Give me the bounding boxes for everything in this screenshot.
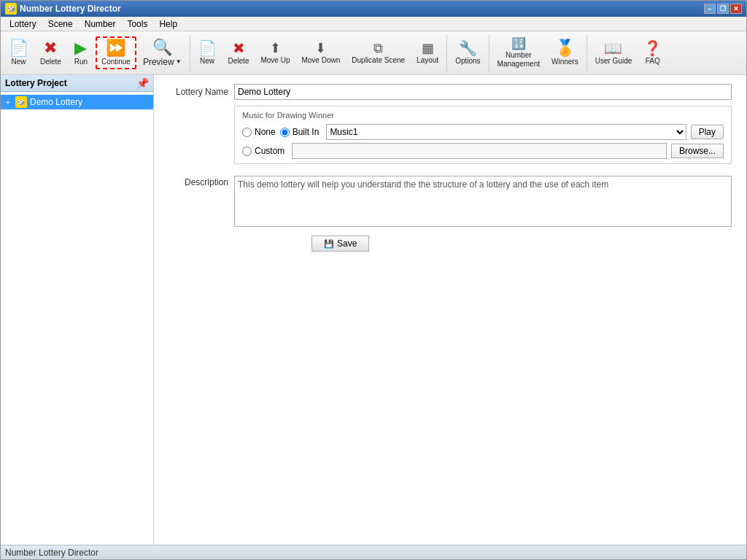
preview-label: Preview ▼	[143, 57, 182, 67]
preview-button[interactable]: 🔍 Preview ▼	[138, 36, 187, 70]
main-area: Lottery Project 📌 + 🎲 Demo Lottery Lotte…	[1, 75, 746, 545]
move-up-label: Move Up	[260, 56, 290, 64]
new-scene-label: New	[200, 57, 214, 65]
toolbar: 📄 New ✖ Delete ▶ Run ⏩ Continue 🔍 Previe…	[1, 31, 746, 75]
separator-4	[587, 35, 587, 71]
delete-scene-button[interactable]: ✖ Delete	[223, 38, 255, 68]
builtin-radio-label[interactable]: Built In	[280, 127, 320, 137]
music-select[interactable]: Music1 Music2 Music3	[326, 124, 686, 140]
continue-button[interactable]: ⏩ Continue	[96, 36, 136, 69]
builtin-radio[interactable]	[280, 128, 290, 137]
custom-music-input[interactable]	[292, 143, 667, 159]
move-down-icon: ⬇	[315, 42, 326, 55]
options-button[interactable]: 🔧 Options	[450, 38, 485, 68]
separator-3	[489, 35, 489, 71]
music-custom-row: Custom Browse...	[242, 143, 724, 159]
preview-icon: 🔍	[152, 39, 172, 55]
preview-dropdown-arrow: ▼	[176, 58, 182, 65]
tree-item-label: Demo Lottery	[30, 97, 82, 107]
tree-item-demo-lottery[interactable]: + 🎲 Demo Lottery	[1, 95, 153, 109]
run-button[interactable]: ▶ Run	[68, 37, 94, 69]
sidebar-title: Lottery Project	[5, 78, 67, 88]
user-guide-icon: 📖	[604, 41, 622, 55]
menu-scene[interactable]: Scene	[42, 18, 79, 31]
delete-lottery-icon: ✖	[44, 40, 57, 56]
new-lottery-button[interactable]: 📄 New	[4, 37, 34, 69]
winners-icon: 🏅	[555, 40, 575, 56]
lottery-name-row: Lottery Name	[169, 84, 732, 100]
run-label: Run	[74, 58, 88, 66]
continue-label: Continue	[101, 58, 131, 66]
menu-tools[interactable]: Tools	[121, 18, 153, 31]
faq-icon: ❓	[643, 41, 662, 55]
menu-lottery[interactable]: Lottery	[4, 18, 42, 31]
move-up-button[interactable]: ⬆ Move Up	[255, 39, 295, 67]
delete-scene-label: Delete	[228, 57, 249, 65]
separator-1	[190, 35, 190, 71]
number-management-label: NumberManagement	[498, 51, 540, 69]
close-button[interactable]: ✕	[730, 4, 742, 14]
lottery-tree-icon: 🎲	[15, 96, 27, 108]
window-controls: – ❐ ✕	[704, 4, 742, 14]
sidebar-pin-button[interactable]: 📌	[136, 77, 149, 89]
move-down-label: Move Down	[301, 56, 340, 64]
winners-button[interactable]: 🏅 Winners	[546, 37, 584, 69]
browse-button[interactable]: Browse...	[671, 144, 724, 158]
music-builtin-row: None Built In Music1 Music2 Music3 Pl	[242, 124, 724, 140]
menu-help[interactable]: Help	[153, 18, 183, 31]
layout-label: Layout	[417, 56, 438, 64]
move-down-button[interactable]: ⬇ Move Down	[296, 39, 345, 67]
save-icon: 💾	[324, 239, 334, 249]
new-lottery-icon: 📄	[9, 40, 28, 56]
sidebar-tree: + 🎲 Demo Lottery	[1, 92, 153, 545]
custom-radio-label[interactable]: Custom	[242, 146, 285, 156]
lottery-name-input[interactable]	[234, 84, 732, 100]
title-bar: 🎲 Number Lottery Director – ❐ ✕	[1, 1, 746, 17]
move-up-icon: ⬆	[270, 42, 281, 55]
continue-icon: ⏩	[106, 40, 125, 56]
save-button[interactable]: 💾 Save	[311, 236, 369, 252]
description-row: Description This demo lottery will help …	[169, 176, 732, 227]
status-text: Number Lottery Director	[5, 548, 98, 558]
new-scene-button[interactable]: 📄 New	[193, 38, 222, 68]
faq-button[interactable]: ❓ FAQ	[638, 38, 667, 68]
separator-2	[446, 35, 447, 71]
delete-lottery-button[interactable]: ✖ Delete	[35, 37, 66, 69]
duplicate-scene-label: Duplicate Scene	[352, 56, 405, 64]
description-textarea[interactable]: This demo lottery will help you understa…	[234, 176, 732, 227]
menu-number[interactable]: Number	[79, 18, 122, 31]
sidebar-header: Lottery Project 📌	[1, 75, 153, 92]
minimize-button[interactable]: –	[704, 4, 716, 14]
play-button[interactable]: Play	[691, 125, 724, 139]
builtin-label-text: Built In	[293, 127, 320, 137]
status-bar: Number Lottery Director	[1, 545, 746, 559]
save-row: 💾 Save	[240, 236, 732, 252]
duplicate-scene-button[interactable]: ⧉ Duplicate Scene	[347, 39, 410, 67]
music-section: Music for Drawing Winner None Built In M…	[169, 106, 732, 170]
delete-lottery-label: Delete	[40, 58, 61, 66]
sidebar: Lottery Project 📌 + 🎲 Demo Lottery	[1, 75, 154, 545]
run-icon: ▶	[74, 40, 87, 56]
delete-scene-icon: ✖	[233, 41, 245, 55]
lottery-name-label: Lottery Name	[169, 87, 234, 97]
layout-button[interactable]: ▦ Layout	[411, 39, 444, 67]
user-guide-button[interactable]: 📖 User Guide	[590, 38, 638, 68]
description-label: Description	[169, 176, 234, 187]
window-title: Number Lottery Director	[20, 4, 704, 14]
custom-radio[interactable]	[242, 147, 252, 156]
menu-bar: Lottery Scene Number Tools Help	[1, 17, 746, 31]
layout-icon: ▦	[422, 42, 434, 55]
faq-label: FAQ	[646, 57, 660, 65]
restore-button[interactable]: ❐	[717, 4, 729, 14]
user-guide-label: User Guide	[595, 57, 632, 65]
main-window: 🎲 Number Lottery Director – ❐ ✕ Lottery …	[0, 0, 747, 560]
music-group-title: Music for Drawing Winner	[242, 111, 724, 120]
number-management-button[interactable]: 🔢 NumberManagement	[492, 35, 545, 71]
duplicate-scene-icon: ⧉	[374, 42, 383, 55]
none-label-text: None	[255, 127, 276, 137]
none-radio[interactable]	[242, 128, 252, 137]
music-group-box: Music for Drawing Winner None Built In M…	[234, 106, 732, 164]
window-icon: 🎲	[5, 3, 17, 15]
none-radio-label[interactable]: None	[242, 127, 276, 137]
new-scene-icon: 📄	[198, 41, 217, 55]
